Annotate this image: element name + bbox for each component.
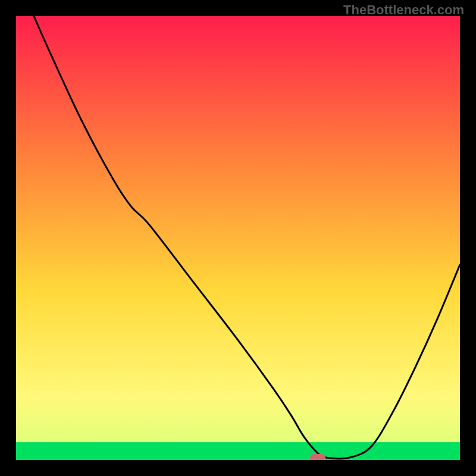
watermark-text: TheBottleneck.com [343, 2, 464, 18]
optimum-marker [310, 454, 325, 460]
green-band [16, 442, 460, 460]
chart-svg [16, 16, 460, 460]
gradient-background [16, 16, 460, 460]
chart-plot-area [16, 16, 460, 460]
